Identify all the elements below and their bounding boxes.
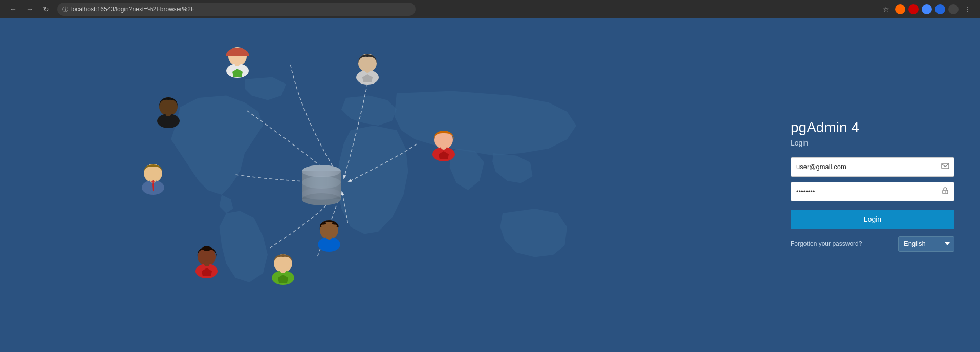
svg-point-13: [364, 67, 371, 73]
forgot-password-link[interactable]: Forgotten your password?: [791, 240, 862, 247]
app-title: pgAdmin 4: [791, 119, 954, 136]
address-bar[interactable]: ⓘ localhost:16543/login?next=%2Fbrowser%…: [57, 3, 416, 16]
svg-point-10: [234, 60, 241, 66]
svg-point-32: [280, 267, 286, 273]
lock-icon: ⓘ: [62, 6, 68, 13]
svg-rect-33: [942, 163, 949, 169]
avatar-mid-left-bot: [138, 162, 168, 198]
language-select[interactable]: English French German Spanish: [898, 236, 954, 252]
svg-rect-7: [302, 171, 341, 199]
star-icon[interactable]: ☆: [880, 3, 892, 15]
avatar-top-center: [222, 45, 253, 81]
ext-icon-5[interactable]: [948, 4, 959, 14]
ext-icon-3[interactable]: [922, 4, 932, 14]
svg-point-27: [203, 246, 211, 251]
avatar-top-right: [352, 52, 383, 88]
main-page: pgAdmin 4 Login Login Fo: [0, 18, 980, 352]
bottom-row: Forgotten your password? English French …: [791, 236, 954, 252]
ext-icon-2[interactable]: [908, 4, 919, 14]
avatar-bot-center: [314, 219, 344, 255]
password-input-group: [791, 182, 954, 201]
back-button[interactable]: ←: [6, 2, 20, 16]
email-input-group: [791, 157, 954, 177]
password-input[interactable]: [791, 182, 954, 201]
svg-point-29: [204, 260, 210, 266]
email-input[interactable]: [791, 157, 954, 177]
svg-point-35: [945, 191, 946, 192]
browser-chrome: ← → ↻ ⓘ localhost:16543/login?next=%2Fbr…: [0, 0, 980, 18]
password-icon: [941, 187, 949, 197]
browser-actions: ☆ ⋮: [880, 3, 974, 15]
avatar-bot-left: [191, 245, 222, 281]
svg-point-19: [441, 143, 447, 150]
avatar-mid-right: [428, 129, 459, 164]
url-text: localhost:16543/login?next=%2Fbrowser%2F: [71, 6, 194, 13]
login-button[interactable]: Login: [791, 210, 954, 229]
reload-button[interactable]: ↻: [39, 2, 53, 16]
nav-buttons: ← → ↻: [6, 2, 53, 16]
database-icon: [298, 160, 344, 211]
avatar-bot-center2: [268, 252, 298, 288]
forward-button[interactable]: →: [23, 2, 37, 16]
email-icon: [941, 162, 949, 172]
svg-point-25: [326, 234, 332, 240]
ext-icon-1[interactable]: [895, 4, 905, 14]
ext-icon-4[interactable]: [935, 4, 945, 14]
avatar-mid-left-top: [153, 95, 184, 131]
login-panel: pgAdmin 4 Login Login Fo: [765, 18, 980, 352]
menu-icon[interactable]: ⋮: [962, 3, 974, 15]
map-area: [0, 18, 765, 352]
svg-point-16: [165, 110, 171, 116]
login-label: Login: [791, 139, 954, 147]
